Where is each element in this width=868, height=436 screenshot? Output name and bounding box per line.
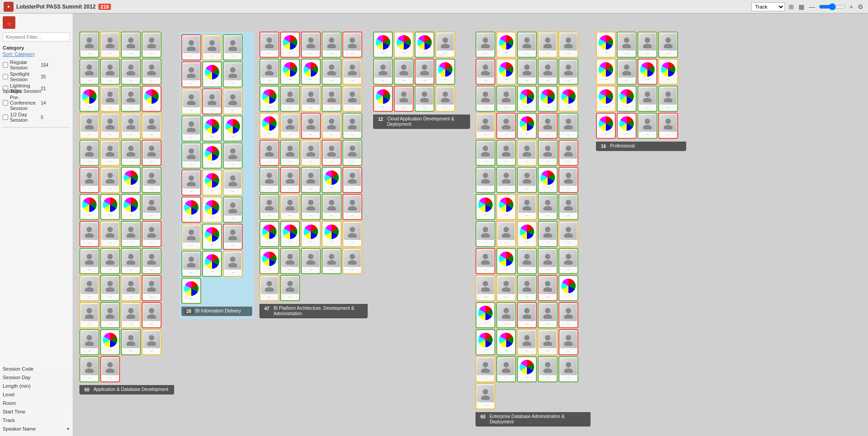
session-card[interactable]: ... <box>637 113 657 139</box>
session-card[interactable]: ... <box>476 140 495 166</box>
session-card[interactable]: ... <box>181 142 201 169</box>
session-card[interactable]: ... <box>496 329 516 355</box>
session-card[interactable]: ... <box>100 113 120 139</box>
session-card[interactable]: ... <box>476 194 495 220</box>
session-card[interactable]: ... <box>79 329 99 355</box>
session-card[interactable]: ... <box>259 86 279 112</box>
session-card[interactable]: ... <box>280 194 300 220</box>
session-card[interactable]: ... <box>259 275 279 301</box>
session-card[interactable]: ... <box>301 248 321 274</box>
session-card[interactable]: ... <box>301 140 321 166</box>
session-card[interactable]: ... <box>617 59 637 85</box>
session-card[interactable]: ... <box>121 59 141 85</box>
session-card[interactable]: ... <box>301 32 321 58</box>
session-card[interactable]: ... <box>394 32 414 58</box>
session-card[interactable]: ... <box>496 59 516 85</box>
session-card[interactable]: ... <box>658 86 678 112</box>
session-card[interactable]: ... <box>559 302 578 328</box>
session-card[interactable]: ... <box>322 32 342 58</box>
session-card[interactable]: ... <box>637 59 657 85</box>
session-card[interactable]: ... <box>121 302 141 328</box>
session-card[interactable]: ... <box>373 59 393 85</box>
session-card[interactable]: ... <box>559 140 578 166</box>
session-card[interactable]: ... <box>322 221 342 247</box>
session-card[interactable]: ... <box>301 167 321 193</box>
session-card[interactable]: ... <box>202 224 222 250</box>
session-card[interactable]: ... <box>280 275 300 301</box>
session-card[interactable]: ... <box>142 167 162 193</box>
session-card[interactable]: ... <box>223 251 243 277</box>
session-card[interactable]: ... <box>181 115 201 142</box>
content-area[interactable]: ... ... ... ... ... ... ... ...... ... <box>73 14 868 436</box>
session-card[interactable]: ... <box>259 32 279 58</box>
field-level[interactable]: Level <box>3 390 70 399</box>
session-card[interactable]: ... <box>559 275 578 301</box>
session-card[interactable]: ... <box>559 167 578 193</box>
session-card[interactable]: ... <box>181 278 201 304</box>
session-card[interactable]: ... <box>322 167 342 193</box>
zoom-slider[interactable] <box>819 3 846 10</box>
session-card[interactable]: ... <box>79 86 99 112</box>
session-card[interactable]: ... <box>100 59 120 85</box>
session-card[interactable]: ... <box>181 251 201 277</box>
session-card[interactable]: ... <box>496 194 516 220</box>
session-card[interactable]: ... <box>637 86 657 112</box>
session-card[interactable]: ... <box>517 248 537 274</box>
session-card[interactable]: ... <box>142 194 162 220</box>
session-card[interactable]: ... <box>121 140 141 166</box>
session-card[interactable]: ... <box>322 113 342 139</box>
session-card[interactable]: ... <box>538 356 558 382</box>
session-card[interactable]: ... <box>100 356 120 382</box>
zoom-out-button[interactable]: — <box>808 2 816 11</box>
session-card[interactable]: ... <box>517 275 537 301</box>
session-card[interactable]: ... <box>142 329 162 355</box>
session-card[interactable]: ... <box>538 248 558 274</box>
session-card[interactable]: ... <box>596 113 616 139</box>
session-card[interactable]: ... <box>538 329 558 355</box>
session-card[interactable]: ... <box>394 86 414 112</box>
session-card[interactable]: ... <box>596 59 616 85</box>
session-card[interactable]: ... <box>121 113 141 139</box>
session-card[interactable]: ... <box>202 34 222 60</box>
session-card[interactable]: ... <box>517 221 537 247</box>
session-card[interactable]: ... <box>100 221 120 247</box>
session-card[interactable]: ... <box>181 170 201 196</box>
session-card[interactable]: ... <box>496 356 516 382</box>
session-card[interactable]: ... <box>100 275 120 301</box>
session-card[interactable]: ... <box>496 32 516 58</box>
session-card[interactable]: ... <box>79 221 99 247</box>
session-card[interactable]: ... <box>559 329 578 355</box>
session-card[interactable]: ... <box>301 221 321 247</box>
session-card[interactable]: ... <box>342 86 362 112</box>
session-card[interactable]: ... <box>100 86 120 112</box>
session-card[interactable]: ... <box>100 302 120 328</box>
session-card[interactable]: ... <box>79 194 99 220</box>
session-card[interactable]: ... <box>517 329 537 355</box>
session-card[interactable]: ... <box>342 167 362 193</box>
session-card[interactable]: ... <box>142 140 162 166</box>
session-card[interactable]: ... <box>223 115 243 142</box>
filter-halfday-checkbox[interactable] <box>3 115 8 120</box>
session-card[interactable]: ... <box>142 275 162 301</box>
session-card[interactable]: ... <box>79 32 99 58</box>
session-card[interactable]: ... <box>322 194 342 220</box>
session-card[interactable]: ... <box>394 59 414 85</box>
session-card[interactable]: ... <box>538 302 558 328</box>
session-card[interactable]: ... <box>181 34 201 60</box>
session-card[interactable]: ... <box>415 86 434 112</box>
keyword-filter-input[interactable] <box>3 32 70 41</box>
session-card[interactable]: ... <box>517 194 537 220</box>
session-card[interactable]: ... <box>342 113 362 139</box>
session-card[interactable]: ... <box>181 61 201 87</box>
session-card[interactable]: ... <box>79 113 99 139</box>
session-card[interactable]: ... <box>617 113 637 139</box>
session-card[interactable]: ... <box>142 221 162 247</box>
session-card[interactable]: ... <box>223 34 243 60</box>
session-card[interactable]: ... <box>496 221 516 247</box>
field-start-time[interactable]: Start Time <box>3 408 70 416</box>
session-card[interactable]: ... <box>342 140 362 166</box>
session-card[interactable]: ... <box>280 59 300 85</box>
session-card[interactable]: ... <box>476 167 495 193</box>
session-card[interactable]: ... <box>259 59 279 85</box>
zoom-in-button[interactable]: + <box>849 2 854 11</box>
